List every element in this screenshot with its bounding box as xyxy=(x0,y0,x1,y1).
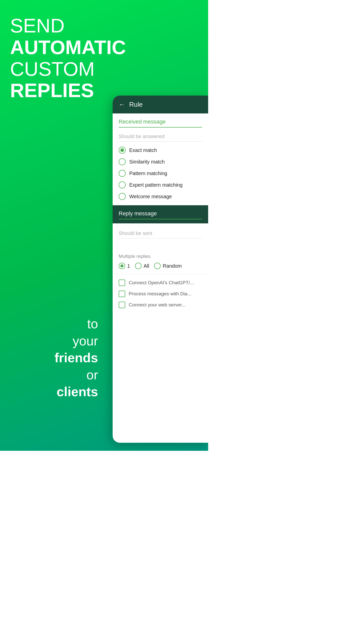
hero-line1: SEND xyxy=(10,15,111,37)
received-input[interactable]: Should be answered xyxy=(119,132,202,142)
option-1[interactable]: 1 xyxy=(119,263,130,269)
label-welcome: Welcome message xyxy=(129,194,172,199)
connect-dia-label: Process messages with Dia... xyxy=(129,291,191,297)
checkbox-chatgpt[interactable] xyxy=(119,279,125,286)
connect-chatgpt-label: Connect OpenAI's ChatGPT/... xyxy=(129,280,194,286)
phone-content: Received message Should be answered Exac… xyxy=(113,113,208,443)
bottom-line5: clients xyxy=(0,383,98,400)
multiple-replies-label: Multiple replies xyxy=(119,254,202,259)
connect-server-label: Connect your web server... xyxy=(129,302,186,308)
label-expert: Expert pattern matching xyxy=(129,182,183,188)
received-underline xyxy=(119,127,202,128)
hero-line2: AUTOMATIC xyxy=(10,37,111,58)
connect-dia[interactable]: Process messages with Dia... xyxy=(119,291,202,297)
connect-server[interactable]: Connect your web server... xyxy=(119,302,202,308)
radio-welcome[interactable] xyxy=(119,193,126,200)
radio-pattern[interactable] xyxy=(119,170,126,177)
phone-header: ← Rule xyxy=(113,96,208,113)
option-expert-pattern[interactable]: Expert pattern matching xyxy=(119,181,202,188)
bottom-line4: or xyxy=(0,367,98,384)
hero-text: SEND AUTOMATIC CUSTOM REPLIES xyxy=(10,15,111,101)
reply-input[interactable]: Should be sent xyxy=(119,228,202,238)
option-random[interactable]: Random xyxy=(154,263,182,269)
radio-1[interactable] xyxy=(119,263,125,269)
option-all[interactable]: All xyxy=(135,263,149,269)
reply-content: Should be sent xyxy=(113,223,208,249)
header-title: Rule xyxy=(129,101,143,108)
label-similarity: Similarity match xyxy=(129,159,165,165)
checkbox-server[interactable] xyxy=(119,302,125,308)
label-exact: Exact match xyxy=(129,147,157,153)
multiple-options: 1 All Random xyxy=(119,263,202,269)
multiple-replies-section: Multiple replies 1 All Random xyxy=(113,249,208,274)
label-1: 1 xyxy=(127,263,130,269)
hero-line3: CUSTOM xyxy=(10,58,111,80)
option-welcome-message[interactable]: Welcome message xyxy=(119,193,202,200)
bottom-line3: friends xyxy=(0,349,98,367)
label-random: Random xyxy=(163,263,182,269)
label-all: All xyxy=(144,263,149,269)
radio-exact[interactable] xyxy=(119,147,126,154)
bottom-hero-text: to your friends or clients xyxy=(0,315,108,400)
reply-header-section: Reply message xyxy=(113,205,208,223)
connect-section: Connect OpenAI's ChatGPT/... Process mes… xyxy=(113,274,208,313)
option-pattern-matching[interactable]: Pattern matching xyxy=(119,170,202,177)
radio-all[interactable] xyxy=(135,263,142,269)
option-similarity-match[interactable]: Similarity match xyxy=(119,158,202,165)
match-options: Exact match Similarity match Pattern mat… xyxy=(119,147,202,200)
checkbox-dia[interactable] xyxy=(119,291,125,297)
received-message-section: Received message Should be answered Exac… xyxy=(113,113,208,205)
radio-expert[interactable] xyxy=(119,181,126,188)
radio-random[interactable] xyxy=(154,263,161,269)
received-label: Received message xyxy=(119,118,202,125)
reply-label: Reply message xyxy=(119,210,202,217)
option-exact-match[interactable]: Exact match xyxy=(119,147,202,154)
hero-line4: REPLIES xyxy=(10,80,111,101)
reply-underline xyxy=(119,219,202,219)
label-pattern: Pattern matching xyxy=(129,171,167,176)
bottom-line2: your xyxy=(0,333,98,350)
bottom-line1: to xyxy=(0,315,98,333)
radio-similarity[interactable] xyxy=(119,158,126,165)
back-button[interactable]: ← xyxy=(119,101,125,108)
phone-mockup: ← Rule Received message Should be answer… xyxy=(113,96,208,443)
connect-chatgpt[interactable]: Connect OpenAI's ChatGPT/... xyxy=(119,279,202,286)
